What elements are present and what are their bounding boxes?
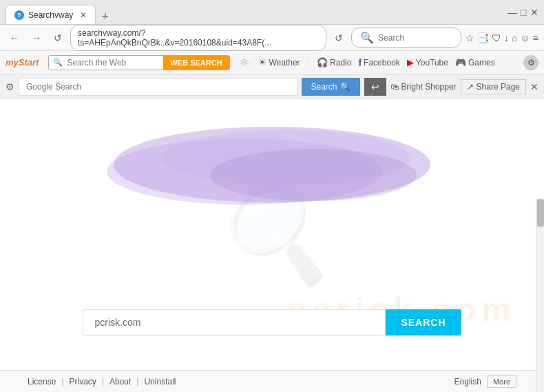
toolbar-settings-button[interactable]: ⚙: [523, 55, 538, 70]
footer-links: License | Privacy | About | Uninstall: [28, 377, 176, 386]
footer-sep2: |: [102, 377, 104, 386]
mystart-logo: myStart: [6, 57, 39, 68]
search-row: SEARCH: [0, 309, 544, 336]
star-button[interactable]: ☆: [465, 32, 474, 43]
address-input-wrap[interactable]: searchvway.com/?ts=AHEpAnQkBnQrBk..&v=20…: [70, 25, 326, 51]
tab-favicon: S: [14, 10, 24, 20]
share-icon: ↗: [467, 82, 474, 92]
facebook-label: Facebook: [364, 58, 400, 68]
youtube-item[interactable]: ▶ YouTube: [407, 57, 448, 68]
smiley-button[interactable]: ☺: [521, 32, 530, 43]
footer-sep3: |: [136, 377, 138, 386]
page-content: 🔍 pcrisk.com SEARCH: [0, 99, 544, 370]
svg-point-3: [210, 149, 417, 201]
menu-button[interactable]: ≡: [533, 32, 538, 43]
toolbar-close-button[interactable]: ✕: [530, 81, 538, 92]
tab-area: S Searchvway ✕ +: [6, 0, 508, 24]
divider2: ·: [307, 56, 310, 69]
minimize-button[interactable]: —: [508, 8, 516, 17]
more-button[interactable]: More: [487, 375, 516, 388]
shopping-bag-icon: 🛍: [390, 82, 399, 92]
scroll-thumb[interactable]: [537, 199, 544, 227]
address-bar: ← → ↺ searchvway.com/?ts=AHEpAnQkBnQrBk.…: [0, 25, 544, 51]
close-button[interactable]: ✕: [530, 8, 538, 17]
footer-sep1: |: [61, 377, 63, 386]
bright-shopper-label: Bright Shopper: [401, 82, 457, 92]
browser-window: S Searchvway ✕ + — □ ✕ ← → ↺ searchvway.…: [0, 0, 544, 392]
mystart-toolbar: myStart 🔍 WEB SEARCH ·❄· ☀ Weather · 🎧 R…: [0, 51, 544, 74]
weather-item[interactable]: ☀ Weather: [258, 57, 300, 68]
license-link[interactable]: License: [28, 377, 56, 386]
google-search-input[interactable]: [19, 78, 297, 96]
tab-close-btn[interactable]: ✕: [80, 10, 87, 20]
main-search-button[interactable]: SEARCH: [386, 309, 461, 336]
share-page-button[interactable]: ↗ Share Page: [461, 79, 526, 94]
google-search-button[interactable]: Search 🔍: [302, 78, 360, 96]
mystart-search-input[interactable]: [67, 56, 163, 70]
refresh-btn2[interactable]: ↺: [331, 30, 347, 46]
search-box-addr[interactable]: 🔍: [351, 28, 461, 48]
download-button[interactable]: ↓: [504, 32, 509, 43]
about-link[interactable]: About: [109, 377, 131, 386]
main-search-input[interactable]: [83, 309, 386, 336]
title-bar: S Searchvway ✕ + — □ ✕: [0, 0, 544, 25]
divider1: ·❄·: [237, 56, 252, 69]
second-toolbar: ⚙ Search 🔍 ↩ 🛍 Bright Shopper ↗ Share Pa…: [0, 74, 544, 99]
active-tab[interactable]: S Searchvway ✕: [6, 5, 96, 24]
maximize-button[interactable]: □: [519, 8, 527, 17]
window-controls: — □ ✕: [508, 8, 538, 17]
bright-shopper-button[interactable]: 🛍 Bright Shopper: [390, 82, 457, 92]
privacy-link[interactable]: Privacy: [70, 377, 96, 386]
back-button[interactable]: ←: [6, 30, 23, 46]
games-icon: 🎮: [455, 57, 466, 68]
youtube-label: YouTube: [416, 58, 448, 68]
radio-label: Radio: [330, 58, 351, 68]
weather-label: Weather: [269, 58, 300, 68]
address-text: searchvway.com/?ts=AHEpAnQkBnQrBk..&v=20…: [78, 28, 319, 48]
home-button[interactable]: ⌂: [512, 32, 517, 43]
games-item[interactable]: 🎮 Games: [455, 57, 495, 68]
language-label: English: [454, 377, 481, 386]
weather-icon: ☀: [258, 57, 266, 68]
google-search-label: Search: [311, 82, 337, 92]
mystart-search-wrap[interactable]: 🔍 WEB SEARCH: [48, 55, 229, 70]
facebook-item[interactable]: f Facebook: [358, 57, 399, 68]
refresh-button[interactable]: ↺: [50, 32, 66, 43]
web-search-button[interactable]: WEB SEARCH: [163, 55, 229, 70]
settings-icon: ⚙: [527, 58, 535, 68]
facebook-icon: f: [358, 57, 362, 68]
arrow-button[interactable]: ↩: [364, 78, 386, 96]
radio-icon: 🎧: [317, 57, 328, 68]
search-icon2: 🔍: [340, 82, 351, 92]
scroll-track[interactable]: [536, 199, 544, 392]
uninstall-link[interactable]: Uninstall: [144, 377, 176, 386]
search-input[interactable]: [378, 33, 447, 43]
footer: License | Privacy | About | Uninstall En…: [0, 370, 544, 392]
search-icon: 🔍: [360, 31, 374, 44]
main-content: 🔍 pcrisk.com SEARCH License: [0, 99, 544, 392]
new-tab-button[interactable]: +: [96, 10, 114, 24]
purple-blob-svg: [107, 120, 437, 209]
purple-blob-wrap: [0, 120, 544, 209]
youtube-icon: ▶: [407, 57, 414, 68]
share-page-label: Share Page: [477, 82, 520, 92]
radio-item[interactable]: 🎧 Radio: [317, 57, 351, 68]
bookmark-button[interactable]: 📑: [477, 32, 489, 43]
tab-title: Searchvway: [28, 10, 73, 20]
gear-button[interactable]: ⚙: [6, 81, 14, 92]
footer-right: English More: [454, 375, 516, 388]
forward-button[interactable]: →: [28, 30, 45, 46]
shield-button[interactable]: 🛡: [492, 32, 501, 43]
games-label: Games: [468, 58, 495, 68]
addr-icons: ☆ 📑 🛡 ↓ ⌂ ☺ ≡: [465, 32, 538, 43]
mystart-search-icon: 🔍: [49, 58, 67, 67]
